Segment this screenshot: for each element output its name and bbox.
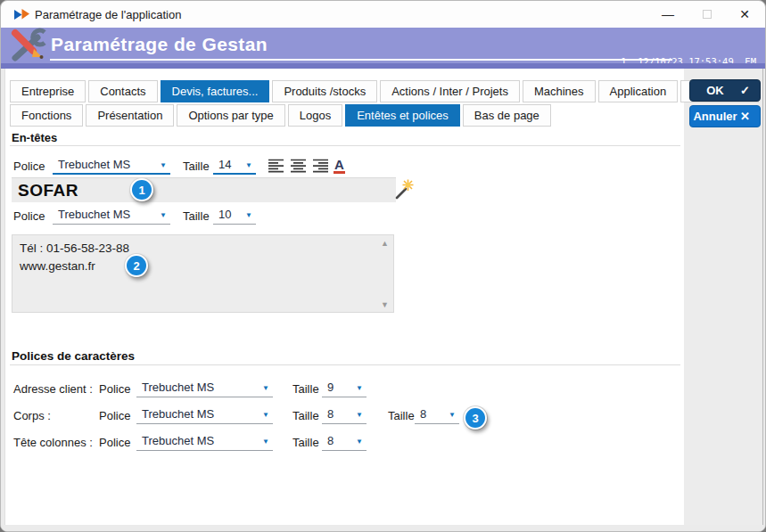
chevron-down-icon: ▼ (356, 381, 367, 392)
tete-colonnes-font-select[interactable]: Trebuchet MS ▼ (136, 434, 273, 451)
address-line-2: www.gestan.fr (20, 258, 393, 275)
primary-tab-bar: Entreprise Contacts Devis, factures... P… (10, 80, 759, 102)
taille-label: Taille (292, 409, 319, 422)
font-color-icon[interactable]: A (334, 158, 345, 174)
adresse-client-size-select[interactable]: 9 ▼ (322, 381, 367, 397)
corps-font-select[interactable]: Trebuchet MS ▼ (136, 407, 273, 424)
chevron-down-icon: ▼ (160, 158, 170, 169)
cancel-button[interactable]: Annuler ✕ (689, 105, 761, 127)
taille-label: Taille (183, 209, 210, 223)
taille2-label: Taille (388, 409, 415, 422)
align-right-icon[interactable] (311, 159, 328, 173)
ok-label: OK (690, 84, 740, 97)
window-title: Paramétrage de l'application (35, 8, 181, 21)
app-logo-icon (13, 8, 30, 20)
header-title-input[interactable]: SOFAR (12, 177, 396, 202)
chevron-down-icon: ▼ (245, 158, 256, 169)
tab-logos[interactable]: Logos (288, 104, 342, 127)
tab-actions-inter-projets[interactable]: Actions / Inter / Projets (380, 80, 520, 102)
callout-badge-1: 1 (130, 178, 153, 201)
row-label-tete-colonnes: Tête colonnes : (13, 436, 98, 449)
tab-produits-stocks[interactable]: Produits /stocks (272, 80, 377, 102)
align-center-icon[interactable] (290, 159, 307, 173)
maximize-button[interactable] (688, 1, 726, 27)
section-title-polices: Polices de caractères (12, 349, 135, 363)
action-panel (684, 69, 763, 525)
header-font-value: Trebuchet MS (53, 158, 130, 171)
banner: Paramétrage de Gestan 1 12/10/23 17:53:4… (1, 28, 766, 63)
tab-fonctions[interactable]: Fonctions (10, 104, 83, 127)
police-label: Police (99, 382, 130, 396)
adresse-client-font-select[interactable]: Trebuchet MS ▼ (136, 381, 273, 397)
align-left-icon[interactable] (268, 159, 285, 173)
tab-presentation[interactable]: Présentation (86, 104, 174, 127)
ok-button[interactable]: OK ✓ (689, 79, 761, 102)
taille-label: Taille (183, 160, 210, 173)
chevron-down-icon: ▼ (160, 208, 170, 219)
header-size-select[interactable]: 14 ▼ (213, 158, 256, 175)
title-underline (50, 59, 672, 61)
row-label-corps: Corps : (13, 409, 98, 422)
section-divider (10, 145, 680, 146)
size-value: 9 (322, 381, 334, 394)
address-size-value: 10 (213, 208, 231, 221)
chevron-down-icon: ▼ (262, 434, 273, 446)
cancel-label: Annuler (690, 110, 740, 123)
font-value: Trebuchet MS (136, 434, 214, 447)
size-value: 8 (322, 434, 334, 447)
tab-options-par-type[interactable]: Options par type (177, 104, 284, 127)
header-font-select[interactable]: Trebuchet MS ▼ (53, 158, 170, 175)
header-address-textarea[interactable]: Tél : 01-56-58-23-88 www.gestan.fr (12, 234, 394, 313)
tools-wrench-pencil-icon (7, 26, 48, 65)
tab-application[interactable]: Application (598, 80, 679, 102)
maximize-icon (703, 10, 712, 19)
address-font-select[interactable]: Trebuchet MS ▼ (53, 208, 170, 225)
tab-entreprise[interactable]: Entreprise (10, 80, 86, 102)
taille-label: Taille (292, 382, 319, 396)
tab-entetes-et-polices[interactable]: Entêtes et polices (345, 104, 460, 127)
font-value: Trebuchet MS (136, 407, 214, 421)
chevron-down-icon: ▼ (262, 381, 273, 392)
police-label: Police (99, 436, 130, 449)
x-icon: ✕ (740, 110, 760, 123)
font-value: Trebuchet MS (136, 381, 214, 394)
page-title: Paramétrage de Gestan (51, 34, 268, 55)
address-line-1: Tél : 01-56-58-23-88 (20, 240, 393, 258)
settings-dialog: Paramétrage de l'application — ✕ Paramét… (0, 0, 766, 532)
secondary-tab-bar: Fonctions Présentation Options par type … (10, 104, 551, 127)
minimize-button[interactable]: — (649, 1, 687, 27)
police-label: Police (99, 409, 130, 422)
window-bottom-edge (1, 525, 766, 532)
police-label: Police (13, 160, 45, 173)
scroll-up-icon[interactable]: ▲ (381, 239, 389, 248)
header-size-value: 14 (213, 158, 231, 171)
tab-bas-de-page[interactable]: Bas de page (463, 104, 551, 127)
chevron-down-icon: ▼ (449, 407, 459, 419)
tab-contacts[interactable]: Contacts (88, 80, 157, 102)
check-icon: ✓ (740, 84, 760, 97)
chevron-down-icon: ▼ (245, 208, 256, 219)
size-value: 8 (415, 407, 426, 421)
close-button[interactable]: ✕ (726, 1, 763, 27)
chevron-down-icon: ▼ (356, 434, 367, 446)
address-size-select[interactable]: 10 ▼ (213, 208, 256, 225)
police-label: Police (13, 209, 45, 223)
callout-badge-3: 3 (464, 406, 487, 430)
tete-colonnes-size-select[interactable]: 8 ▼ (322, 434, 367, 451)
row-label-adresse-client: Adresse client : (13, 382, 98, 396)
section-title-entetes: En-têtes (12, 131, 57, 144)
magic-wand-icon[interactable] (395, 179, 414, 200)
address-font-value: Trebuchet MS (53, 208, 130, 221)
size-value: 8 (322, 407, 334, 421)
chevron-down-icon: ▼ (356, 407, 367, 419)
tab-machines[interactable]: Machines (523, 80, 596, 102)
minimize-icon: — (662, 7, 674, 21)
close-icon: ✕ (739, 7, 750, 21)
title-bar: Paramétrage de l'application — ✕ (1, 1, 765, 28)
corps-size-select[interactable]: 8 ▼ (322, 407, 367, 424)
taille-label: Taille (292, 436, 319, 449)
corps-size2-select[interactable]: 8 ▼ (415, 407, 459, 424)
tab-devis-factures[interactable]: Devis, factures... (161, 80, 270, 102)
callout-badge-2: 2 (125, 254, 148, 277)
scroll-down-icon[interactable]: ▼ (381, 300, 389, 309)
